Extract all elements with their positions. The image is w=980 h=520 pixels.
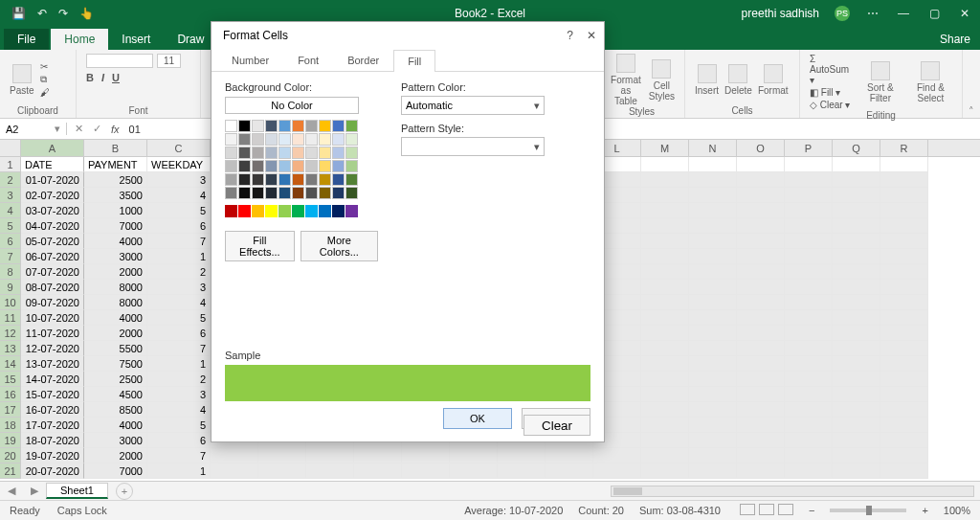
cell[interactable]	[737, 295, 785, 310]
cell[interactable]: 2000	[84, 264, 147, 280]
color-swatch[interactable]	[332, 133, 345, 146]
color-swatch[interactable]	[265, 205, 278, 217]
dialog-tab-font[interactable]: Font	[283, 49, 333, 71]
cell[interactable]	[785, 387, 833, 402]
cell[interactable]	[833, 341, 880, 356]
cell[interactable]	[880, 234, 928, 249]
cell[interactable]	[641, 372, 689, 387]
cell[interactable]	[641, 418, 689, 433]
cell[interactable]: DATE	[21, 157, 84, 172]
row-header[interactable]: 8	[0, 264, 21, 280]
cell[interactable]: 20-07-2020	[21, 463, 84, 479]
color-swatch[interactable]	[305, 205, 318, 217]
color-swatch[interactable]	[319, 173, 331, 186]
color-swatch[interactable]	[345, 147, 358, 159]
cell[interactable]: 3500	[84, 188, 147, 203]
cell[interactable]	[880, 356, 928, 372]
cell[interactable]	[833, 249, 880, 264]
cell[interactable]: 07-07-2020	[21, 264, 84, 280]
cell[interactable]	[689, 218, 737, 234]
cell[interactable]: 09-07-2020	[21, 295, 84, 310]
color-swatch[interactable]	[225, 160, 237, 172]
enter-edit-icon[interactable]: ✓	[93, 123, 101, 135]
cell-styles-button[interactable]: Cell Styles	[649, 59, 675, 102]
cell[interactable]	[737, 463, 785, 479]
row-header[interactable]: 6	[0, 234, 21, 249]
color-swatch[interactable]	[225, 205, 237, 217]
sheet-nav-prev-icon[interactable]: ◀	[0, 485, 23, 497]
cell[interactable]: 6	[147, 433, 211, 448]
copy-icon[interactable]: ⧉	[40, 74, 50, 85]
cell[interactable]: 2	[147, 372, 211, 387]
cell[interactable]	[737, 341, 785, 356]
cell[interactable]	[689, 326, 737, 341]
pattern-color-select[interactable]: Automatic ▾	[401, 96, 545, 115]
cell[interactable]: 2	[147, 264, 211, 280]
qat-touch-icon[interactable]: 👆	[79, 7, 94, 20]
cell[interactable]	[880, 218, 928, 234]
cell[interactable]	[785, 157, 833, 172]
cell[interactable]	[737, 218, 785, 234]
color-swatch[interactable]	[305, 147, 318, 159]
color-swatch[interactable]	[345, 205, 358, 217]
no-color-button[interactable]: No Color	[225, 97, 359, 114]
fill-effects-button[interactable]: Fill Effects...	[225, 231, 295, 261]
cell[interactable]	[737, 172, 785, 188]
cell[interactable]	[880, 264, 928, 280]
cell[interactable]	[689, 402, 737, 418]
font-family-select[interactable]	[86, 54, 153, 68]
zoom-out-icon[interactable]: −	[809, 505, 814, 516]
cell[interactable]	[785, 326, 833, 341]
color-swatch[interactable]	[305, 120, 318, 132]
cancel-edit-icon[interactable]: ✕	[75, 123, 83, 135]
cell[interactable]	[593, 448, 641, 463]
cell[interactable]: 7	[147, 448, 211, 463]
cell[interactable]	[737, 402, 785, 418]
sort-filter-button[interactable]: Sort & Filter	[861, 61, 900, 103]
cell[interactable]	[833, 387, 880, 402]
color-swatch[interactable]	[345, 187, 358, 199]
fx-icon[interactable]: fx	[111, 124, 120, 135]
dialog-close-icon[interactable]: ✕	[587, 29, 596, 42]
cell[interactable]	[498, 448, 546, 463]
cell[interactable]	[737, 264, 785, 280]
color-swatch[interactable]	[238, 133, 251, 146]
color-swatch[interactable]	[225, 147, 237, 159]
cell[interactable]	[737, 249, 785, 264]
row-header[interactable]: 13	[0, 341, 21, 356]
cell[interactable]	[833, 448, 880, 463]
color-swatch[interactable]	[252, 120, 264, 132]
row-header[interactable]: 1	[0, 157, 21, 172]
color-swatch[interactable]	[238, 187, 251, 199]
sheet-tab-sheet1[interactable]: Sheet1	[46, 483, 108, 499]
window-close-icon[interactable]: ✕	[957, 7, 972, 20]
cell[interactable]	[785, 433, 833, 448]
cell[interactable]	[785, 418, 833, 433]
dialog-help-icon[interactable]: ?	[567, 29, 573, 42]
cell[interactable]	[880, 418, 928, 433]
dialog-tab-number[interactable]: Number	[217, 49, 283, 71]
cell[interactable]	[689, 264, 737, 280]
cell[interactable]	[641, 234, 689, 249]
cell[interactable]: 5500	[84, 341, 147, 356]
cell[interactable]	[737, 280, 785, 295]
cell[interactable]	[450, 448, 498, 463]
row-header[interactable]: 20	[0, 448, 21, 463]
color-swatch[interactable]	[265, 160, 278, 172]
cell[interactable]: 2000	[84, 326, 147, 341]
cell[interactable]	[785, 249, 833, 264]
cell[interactable]: 4	[147, 402, 211, 418]
tab-file[interactable]: File	[4, 29, 49, 50]
color-swatch[interactable]	[278, 120, 291, 132]
cell[interactable]	[833, 310, 880, 326]
color-swatch[interactable]	[278, 173, 291, 186]
cell[interactable]	[880, 387, 928, 402]
cell[interactable]: 18-07-2020	[21, 433, 84, 448]
more-colors-button[interactable]: More Colors...	[301, 231, 378, 261]
color-swatch[interactable]	[332, 173, 345, 186]
color-swatch[interactable]	[278, 205, 291, 217]
horizontal-scrollbar[interactable]	[611, 486, 974, 497]
color-swatch[interactable]	[332, 205, 345, 217]
cell[interactable]: 05-07-2020	[21, 234, 84, 249]
cell[interactable]	[689, 463, 737, 479]
